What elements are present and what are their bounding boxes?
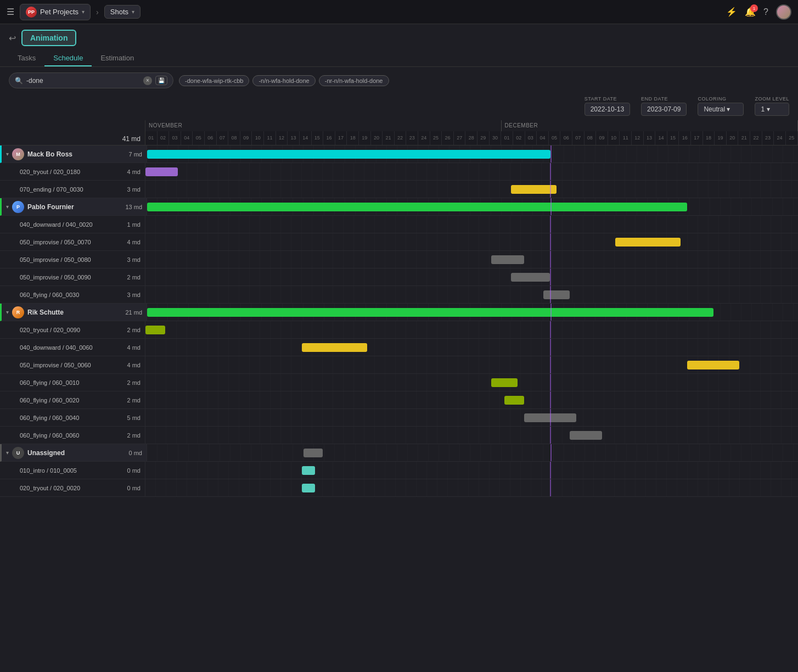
today-line [550, 286, 551, 303]
day-cell: 23 [762, 131, 774, 145]
day-cell: 25 [786, 131, 798, 145]
bg-stripe [145, 163, 798, 180]
collapse-arrow-icon[interactable]: ▾ [6, 450, 9, 456]
tab-estimation[interactable]: Estimation [92, 51, 143, 66]
day-cell: 03 [169, 131, 181, 145]
bg-stripe [145, 321, 798, 338]
total-md: 41 md [122, 135, 141, 143]
task-name: 060_flying / 060_0010 [20, 379, 79, 386]
task-name: 020_tryout / 020_0180 [20, 169, 80, 175]
task-gantt-bar[interactable] [615, 238, 681, 247]
breadcrumb-arrow-icon: › [96, 8, 99, 16]
collapse-arrow-icon[interactable]: ▾ [6, 309, 9, 315]
filter-tag-2[interactable]: -nr-n/n-wfa-hold-done [319, 75, 389, 86]
zoom-select[interactable]: 1 ▾ [755, 103, 789, 116]
lightning-icon[interactable]: ⚡ [726, 7, 737, 17]
today-line [550, 145, 552, 163]
task-gantt-bar[interactable] [504, 396, 524, 405]
hamburger-icon[interactable]: ☰ [7, 7, 14, 17]
group-gantt-bar[interactable] [147, 308, 713, 317]
group-name: Unassigned [27, 449, 65, 457]
group-name: Pablo Fournier [27, 203, 74, 211]
day-cell: 24 [774, 131, 786, 145]
task-timeline [145, 163, 798, 180]
day-cell: 13 [644, 131, 656, 145]
task-md: 3 md [127, 186, 141, 193]
day-cell: 12 [632, 131, 644, 145]
task-gantt-bar[interactable] [543, 290, 570, 299]
tab-tasks[interactable]: Tasks [9, 51, 44, 66]
save-filter-button[interactable]: 💾 [155, 76, 167, 85]
today-line [550, 409, 551, 426]
group-gantt-bar[interactable] [147, 150, 550, 159]
group-gantt-bar[interactable] [304, 449, 323, 457]
task-gantt-bar[interactable] [302, 484, 315, 492]
task-gantt-bar[interactable] [687, 361, 739, 369]
task-row-label: 060_flying / 060_00405 md [0, 409, 145, 426]
coloring-select[interactable]: Neutral ▾ [698, 103, 744, 116]
task-timeline [145, 233, 798, 250]
task-gantt-bar[interactable] [145, 167, 178, 176]
person-avatar: R [12, 306, 24, 318]
user-avatar[interactable] [776, 4, 791, 20]
day-cell: 08 [228, 131, 240, 145]
start-date-value[interactable]: 2022-10-13 [585, 103, 630, 116]
project-chevron-icon: ▾ [82, 9, 85, 15]
end-date-value[interactable]: 2023-07-09 [641, 103, 687, 116]
today-line [550, 181, 551, 198]
task-gantt-bar[interactable] [302, 466, 315, 475]
task-md: 4 md [127, 362, 141, 368]
day-cell: 02 [513, 131, 525, 145]
task-timeline [145, 409, 798, 426]
filter-tag-1[interactable]: -n/n-wfa-hold-done [252, 75, 315, 86]
page-title-button[interactable]: Animation [21, 30, 76, 46]
search-box: 🔍 × 💾 [9, 72, 173, 88]
project-selector[interactable]: PP Pet Projects ▾ [20, 4, 91, 20]
collapse-arrow-icon[interactable]: ▾ [6, 204, 9, 210]
today-line [550, 233, 551, 250]
group-md: 13 md [125, 204, 142, 210]
tab-schedule[interactable]: Schedule [44, 51, 92, 66]
day-cell: 17 [691, 131, 703, 145]
task-md: 4 md [127, 239, 141, 245]
filter-tag-0[interactable]: -done-wfa-wip-rtk-cbb [179, 75, 249, 86]
search-input[interactable] [26, 77, 140, 85]
clear-search-button[interactable]: × [143, 76, 152, 85]
today-line [550, 216, 551, 233]
day-cell: 01 [501, 131, 513, 145]
task-timeline [145, 374, 798, 391]
task-md: 2 md [127, 397, 141, 404]
task-gantt-bar[interactable] [491, 378, 518, 387]
task-timeline [145, 356, 798, 373]
collapse-arrow-icon[interactable]: ▾ [6, 151, 9, 157]
shots-selector[interactable]: Shots ▾ [104, 5, 141, 19]
group-name: Mack Bo Ross [27, 150, 72, 158]
task-gantt-bar[interactable] [511, 273, 550, 282]
task-gantt-bar[interactable] [491, 255, 524, 264]
task-md: 4 md [127, 169, 141, 175]
group-timeline [147, 145, 798, 163]
task-row: 020_tryout / 020_01804 md [0, 163, 798, 181]
day-cell: 28 [465, 131, 477, 145]
task-gantt-bar[interactable] [302, 343, 367, 352]
day-cell: 25 [430, 131, 442, 145]
task-row-label: 060_flying / 060_00602 md [0, 427, 145, 444]
notification-icon[interactable]: 🔔 1 [745, 7, 756, 17]
today-line [550, 374, 551, 391]
group-row-label: ▾UUnassigned0 md [2, 444, 147, 461]
task-row: 060_flying / 060_00602 md [0, 427, 798, 444]
group-name: Rik Schutte [27, 309, 64, 316]
project-name: Pet Projects [40, 8, 78, 16]
day-cell: 14 [655, 131, 667, 145]
help-icon[interactable]: ? [763, 7, 768, 17]
task-gantt-bar[interactable] [145, 326, 165, 334]
day-cell: 22 [395, 131, 407, 145]
back-button[interactable]: ↩ [9, 33, 16, 43]
end-date-label: END DATE [641, 96, 687, 102]
task-name: 040_downward / 040_0020 [20, 221, 93, 228]
task-name: 060_flying / 060_0040 [20, 415, 79, 421]
group-gantt-bar[interactable] [147, 203, 687, 211]
task-gantt-bar[interactable] [570, 431, 602, 440]
today-line [550, 479, 551, 496]
task-row: 010_intro / 010_00050 md [0, 462, 798, 479]
